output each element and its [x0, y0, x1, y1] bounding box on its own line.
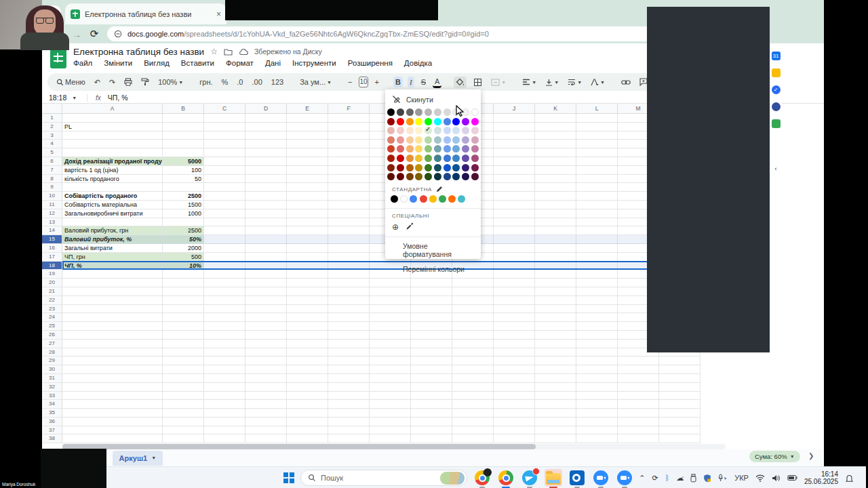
cell-A10[interactable]: Собівартість проданого	[62, 192, 163, 201]
row-header-30[interactable]: 30	[42, 365, 62, 374]
color-swatch-fce5cd[interactable]	[406, 127, 414, 134]
cell-M31[interactable]	[618, 374, 659, 383]
cell-J31[interactable]	[494, 374, 535, 383]
cell-B18[interactable]: 10%	[163, 262, 204, 270]
row-header-25[interactable]: 25	[42, 322, 62, 331]
cell-J33[interactable]	[494, 392, 535, 401]
color-swatch-9900ff[interactable]	[462, 118, 469, 125]
cell-J8[interactable]	[494, 175, 535, 184]
cell-J3[interactable]	[494, 131, 535, 140]
cell-K32[interactable]	[535, 383, 576, 392]
cell-L35[interactable]	[576, 409, 618, 418]
scroll-right-icon[interactable]: ❯	[808, 452, 814, 460]
column-header-K[interactable]: K	[535, 104, 576, 114]
cell-B1[interactable]	[163, 114, 204, 123]
menu-довідка[interactable]: Довідка	[404, 59, 432, 67]
cell-N34[interactable]	[659, 400, 701, 409]
cell-D11[interactable]	[245, 201, 287, 209]
cell-A26[interactable]	[62, 331, 163, 340]
cell-G34[interactable]	[370, 400, 411, 409]
cell-K12[interactable]	[535, 209, 576, 218]
cell-B17[interactable]: 500	[163, 253, 204, 262]
row-header-4[interactable]: 4	[42, 140, 62, 148]
cell-D18[interactable]	[245, 262, 287, 270]
cell-G29[interactable]	[370, 357, 411, 365]
menu-формат[interactable]: Формат	[226, 59, 254, 67]
cell-D34[interactable]	[245, 400, 287, 409]
cell-A13[interactable]	[62, 218, 163, 227]
cell-H36[interactable]	[411, 418, 452, 426]
cell-C5[interactable]	[204, 148, 245, 157]
cell-A23[interactable]	[62, 305, 163, 314]
cell-L11[interactable]	[576, 201, 618, 209]
cell-H20[interactable]	[411, 279, 452, 287]
cell-A3[interactable]	[62, 131, 163, 140]
cell-C21[interactable]	[204, 287, 245, 296]
color-swatch-e06666[interactable]	[397, 145, 404, 152]
color-swatch-ff00ff[interactable]	[471, 118, 479, 125]
cell-M37[interactable]	[618, 426, 659, 435]
cell-C35[interactable]	[204, 409, 245, 418]
cell-F36[interactable]	[328, 418, 370, 426]
cell-E27[interactable]	[287, 340, 328, 348]
taskbar-telegram[interactable]	[521, 469, 538, 487]
cell-E37[interactable]	[287, 426, 328, 435]
cell-E8[interactable]	[287, 175, 328, 184]
cell-J21[interactable]	[494, 287, 535, 296]
cell-B19[interactable]	[163, 270, 204, 279]
text-wrap-button[interactable]: ▼	[566, 77, 584, 87]
cell-D7[interactable]	[245, 166, 287, 175]
cell-G33[interactable]	[370, 392, 411, 401]
cell-B5[interactable]	[163, 148, 204, 157]
color-swatch-b45f06[interactable]	[406, 164, 414, 171]
cell-B10[interactable]: 2500	[163, 192, 204, 201]
cell-I37[interactable]	[452, 426, 494, 435]
cell-L2[interactable]	[576, 123, 618, 131]
name-box[interactable]: 18:18▼	[42, 94, 77, 102]
cell-G28[interactable]	[370, 348, 411, 357]
cell-E11[interactable]	[287, 201, 328, 209]
cell-F38[interactable]	[328, 434, 370, 443]
cell-I38[interactable]	[452, 434, 494, 443]
cell-L16[interactable]	[576, 244, 618, 253]
cell-E5[interactable]	[287, 148, 328, 157]
cell-J7[interactable]	[494, 166, 535, 175]
cell-E18[interactable]	[287, 262, 328, 270]
standard-color-4285f4[interactable]	[410, 195, 417, 203]
taskbar-clock[interactable]: 16:1425.06.2025	[804, 470, 838, 485]
cell-I31[interactable]	[452, 374, 494, 383]
cell-G27[interactable]	[370, 340, 411, 348]
color-swatch-ffff00[interactable]	[415, 118, 422, 125]
cell-E36[interactable]	[287, 418, 328, 426]
cell-H30[interactable]	[411, 365, 452, 374]
cell-D5[interactable]	[245, 148, 287, 157]
menu-вигляд[interactable]: Вигляд	[144, 59, 170, 67]
row-header-38[interactable]: 38	[42, 434, 62, 443]
cell-F30[interactable]	[328, 365, 370, 374]
cell-E28[interactable]	[287, 348, 328, 357]
row-header-27[interactable]: 27	[42, 340, 62, 348]
row-header-19[interactable]: 19	[42, 270, 62, 279]
cell-A15[interactable]: Валовий прибуток, %	[62, 235, 163, 244]
cell-K7[interactable]	[535, 166, 576, 175]
cell-N37[interactable]	[659, 426, 701, 435]
color-swatch-a61c00[interactable]	[387, 155, 395, 162]
collapse-panel-icon[interactable]: ‹	[772, 165, 779, 172]
color-swatch-674ea7[interactable]	[462, 155, 469, 162]
cell-J27[interactable]	[494, 340, 535, 348]
row-header-16[interactable]: 16	[42, 244, 62, 253]
color-swatch-d9d2e9[interactable]	[462, 127, 469, 134]
cell-D6[interactable]	[245, 157, 287, 166]
cell-D25[interactable]	[245, 322, 287, 331]
cell-D14[interactable]	[245, 226, 287, 235]
cell-K3[interactable]	[535, 131, 576, 140]
horizontal-align-button[interactable]: ▼	[520, 77, 538, 87]
color-swatch-cc4125[interactable]	[387, 145, 395, 152]
redo-button[interactable]: ↷	[107, 77, 117, 88]
cell-K37[interactable]	[535, 426, 576, 435]
cell-C26[interactable]	[204, 331, 245, 340]
cell-I30[interactable]	[452, 365, 494, 374]
cell-E19[interactable]	[287, 270, 328, 279]
cell-M32[interactable]	[618, 383, 659, 392]
cell-H28[interactable]	[411, 348, 452, 357]
